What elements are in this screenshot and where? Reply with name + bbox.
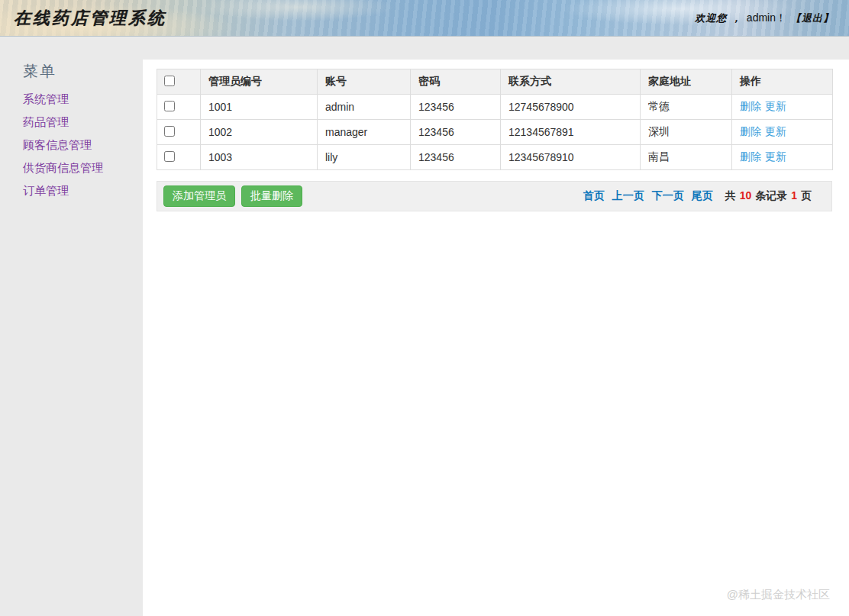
- update-link[interactable]: 更新: [765, 150, 786, 163]
- cell-address: 深圳: [641, 120, 732, 145]
- pagination: 首页 上一页 下一页 尾页 共 10 条记录 1 页: [583, 189, 812, 203]
- cell-password: 123456: [411, 95, 501, 120]
- total-count: 10: [740, 189, 752, 203]
- header-banner: 在线药店管理系统 欢迎您 ， admin！ 【退出】: [0, 0, 849, 37]
- cell-admin-id: 1002: [201, 120, 318, 145]
- cell-contact: 12134567891: [501, 120, 641, 145]
- footer-bar: 添加管理员 批量删除 首页 上一页 下一页 尾页 共 10 条记录 1 页: [157, 181, 832, 211]
- menu-heading: 菜单: [23, 61, 143, 82]
- cell-account: manager: [318, 120, 411, 145]
- batch-delete-button[interactable]: 批量删除: [241, 185, 302, 207]
- delete-link[interactable]: 删除: [740, 125, 761, 137]
- select-all-checkbox[interactable]: [164, 76, 175, 86]
- button-group: 添加管理员 批量删除: [163, 185, 302, 207]
- sidebar-item-customer-info-management[interactable]: 顾客信息管理: [23, 138, 92, 151]
- cell-address: 常德: [641, 95, 732, 120]
- sidebar-item-system-management[interactable]: 系统管理: [23, 92, 69, 105]
- row-checkbox[interactable]: [164, 101, 175, 111]
- row-checkbox[interactable]: [164, 126, 175, 137]
- delete-link[interactable]: 删除: [740, 150, 761, 163]
- pagination-first-link[interactable]: 首页: [583, 189, 605, 203]
- main-content: 管理员编号 账号 密码 联系方式 家庭地址 操作 1001 admin 1234…: [143, 60, 849, 616]
- logout-link[interactable]: 【退出】: [791, 11, 834, 25]
- column-header-password: 密码: [411, 69, 501, 95]
- total-suffix: 条记录: [755, 189, 787, 203]
- sidebar-item-drug-management[interactable]: 药品管理: [23, 115, 69, 128]
- table-row: 1002 manager 123456 12134567891 深圳 删除更新: [157, 120, 833, 145]
- cell-password: 123456: [411, 145, 501, 170]
- table-header-row: 管理员编号 账号 密码 联系方式 家庭地址 操作: [157, 69, 833, 95]
- cell-address: 南昌: [641, 145, 732, 170]
- update-link[interactable]: 更新: [765, 125, 786, 137]
- username-text: admin！: [747, 11, 786, 25]
- cell-account: admin: [318, 95, 411, 120]
- column-header-admin-id: 管理员编号: [201, 69, 318, 95]
- cell-contact: 12345678910: [501, 145, 641, 170]
- page-count: 1: [791, 189, 797, 203]
- total-prefix: 共: [725, 189, 736, 203]
- table-row: 1003 lily 123456 12345678910 南昌 删除更新: [157, 145, 833, 170]
- page-suffix: 页: [801, 189, 812, 203]
- app-title: 在线药店管理系统: [14, 7, 166, 30]
- add-admin-button[interactable]: 添加管理员: [163, 185, 235, 207]
- cell-account: lily: [318, 145, 411, 170]
- sidebar-item-supplier-info-management[interactable]: 供货商信息管理: [23, 161, 103, 174]
- table-row: 1001 admin 123456 12745678900 常德 删除更新: [157, 95, 833, 120]
- row-checkbox[interactable]: [164, 151, 175, 162]
- pagination-stats: 共 10 条记录 1 页: [725, 189, 812, 203]
- header-user-area: 欢迎您 ， admin！ 【退出】: [695, 11, 834, 25]
- admin-table: 管理员编号 账号 密码 联系方式 家庭地址 操作 1001 admin 1234…: [157, 69, 833, 170]
- sidebar-item-order-management[interactable]: 订单管理: [23, 184, 69, 197]
- column-header-contact: 联系方式: [501, 69, 641, 95]
- column-header-account: 账号: [318, 69, 411, 95]
- cell-admin-id: 1001: [201, 95, 318, 120]
- menu-list: 系统管理 药品管理 顾客信息管理 供货商信息管理 订单管理: [23, 92, 143, 198]
- pagination-next-link[interactable]: 下一页: [652, 189, 684, 203]
- sidebar: 菜单 系统管理 药品管理 顾客信息管理 供货商信息管理 订单管理: [0, 37, 143, 616]
- cell-contact: 12745678900: [501, 95, 641, 120]
- pagination-prev-link[interactable]: 上一页: [612, 189, 644, 203]
- watermark-text: @稀土掘金技术社区: [727, 588, 830, 602]
- column-header-address: 家庭地址: [641, 69, 732, 95]
- cell-password: 123456: [411, 120, 501, 145]
- pagination-last-link[interactable]: 尾页: [692, 189, 713, 203]
- delete-link[interactable]: 删除: [740, 100, 761, 112]
- welcome-text: 欢迎您 ，: [695, 11, 742, 25]
- column-header-actions: 操作: [732, 69, 833, 95]
- cell-admin-id: 1003: [201, 145, 318, 170]
- update-link[interactable]: 更新: [765, 100, 786, 112]
